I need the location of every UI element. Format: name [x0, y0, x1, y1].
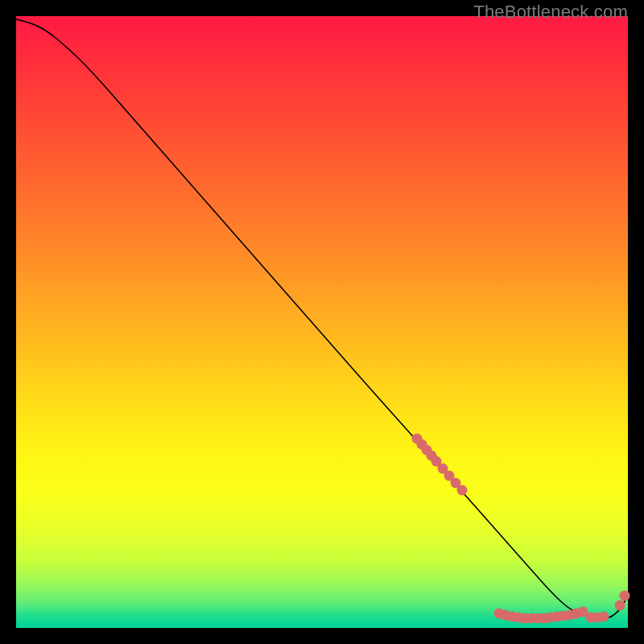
bottleneck-curve — [16, 19, 628, 618]
data-point — [599, 612, 609, 622]
data-point — [615, 601, 625, 611]
watermark-label: TheBottleneck.com — [473, 2, 628, 23]
chart-stage: TheBottleneck.com — [0, 0, 644, 644]
plot-area — [16, 16, 628, 628]
data-dots — [412, 434, 630, 624]
data-point — [620, 591, 630, 601]
data-point — [457, 485, 468, 496]
plot-svg — [16, 16, 628, 628]
